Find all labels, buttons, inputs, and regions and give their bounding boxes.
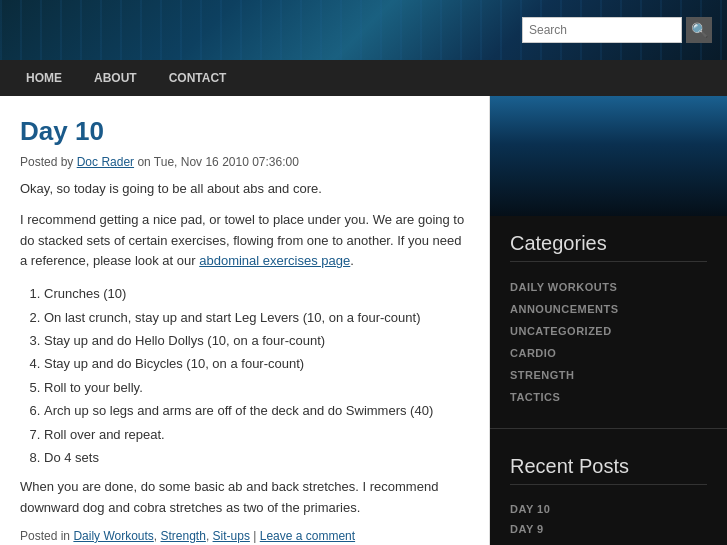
post-1-body2: I recommend getting a nice pad, or towel… [20,210,469,272]
recent-post-day9[interactable]: DAY 9 [510,519,707,539]
list-item: Arch up so legs and arms are off of the … [44,399,469,422]
list-item: Crunches (10) [44,282,469,305]
search-box: 🔍 [522,17,712,43]
category-daily-workouts[interactable]: DAILY WORKOUTS [510,276,707,298]
nav: HOME ABOUT CONTACT [0,60,727,96]
list-item: Stay up and do Hello Dollys (10, on a fo… [44,329,469,352]
nav-item-about[interactable]: ABOUT [78,60,153,96]
recent-post-day8[interactable]: DAY 8 [510,539,707,545]
post-1-body1: Okay, so today is going to be all about … [20,179,469,200]
search-input[interactable] [522,17,682,43]
sidebar-section-divider [490,428,727,429]
list-item: Roll to your belly. [44,376,469,399]
nav-item-home[interactable]: HOME [10,60,78,96]
abdominal-exercises-link[interactable]: abdominal exercises page [199,253,350,268]
search-button[interactable]: 🔍 [686,17,712,43]
post-1-meta: Posted by Doc Rader on Tue, Nov 16 2010 … [20,155,469,169]
post-1-date: on Tue, Nov 16 2010 07:36:00 [137,155,298,169]
categories-title: Categories [510,232,707,262]
recent-posts-title: Recent Posts [510,455,707,485]
category-strength[interactable]: STRENGTH [510,364,707,386]
tag-strength[interactable]: Strength [161,529,206,543]
tag-sit-ups[interactable]: Sit-ups [213,529,250,543]
sidebar-hero [490,96,727,216]
sidebar: Categories DAILY WORKOUTS ANNOUNCEMENTS … [490,96,727,545]
list-item: On last crunch, stay up and start Leg Le… [44,306,469,329]
tag-daily-workouts[interactable]: Daily Workouts [73,529,153,543]
list-item: Stay up and do Bicycles (10, on a four-c… [44,352,469,375]
category-uncategorized[interactable]: UNCATEGORIZED [510,320,707,342]
post-1-list: Crunches (10) On last crunch, stay up an… [44,282,469,469]
list-item: Do 4 sets [44,446,469,469]
recent-post-day10[interactable]: DAY 10 [510,499,707,519]
post-1-footer: Posted in Daily Workouts, Strength, Sit-… [20,529,469,543]
category-cardio[interactable]: CARDIO [510,342,707,364]
post-1-author-link[interactable]: Doc Rader [77,155,134,169]
recent-posts-section: Recent Posts DAY 10 DAY 9 DAY 8 DAY 7 [490,439,727,545]
leave-comment-link[interactable]: Leave a comment [260,529,355,543]
category-tactics[interactable]: TACTICS [510,386,707,408]
list-item: Roll over and repeat. [44,423,469,446]
categories-section: Categories DAILY WORKOUTS ANNOUNCEMENTS … [490,216,727,424]
layout: Day 10 Posted by Doc Rader on Tue, Nov 1… [0,96,727,545]
nav-item-contact[interactable]: CONTACT [153,60,243,96]
header: 🔍 [0,0,727,60]
category-announcements[interactable]: ANNOUNCEMENTS [510,298,707,320]
main-content: Day 10 Posted by Doc Rader on Tue, Nov 1… [0,96,490,545]
post-1-body3: When you are done, do some basic ab and … [20,477,469,519]
post-1-title: Day 10 [20,116,469,147]
